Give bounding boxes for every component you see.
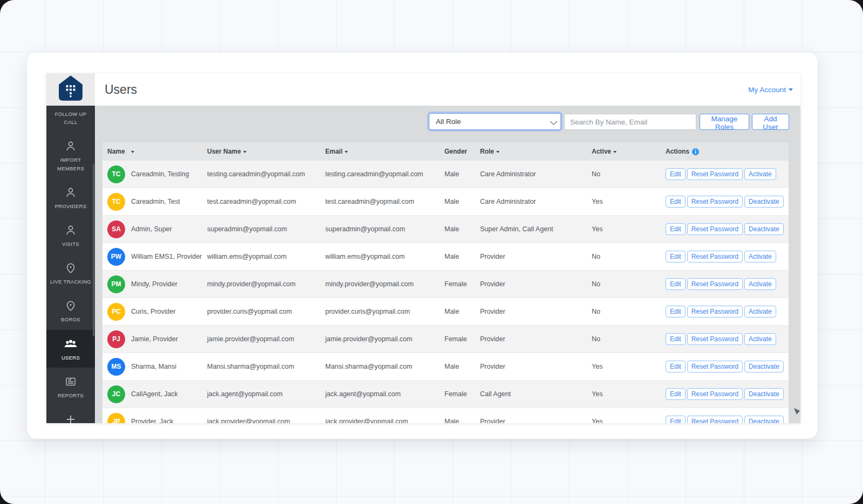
column-header-active[interactable]: Active: [592, 148, 666, 155]
reset-password-button[interactable]: Reset Password: [687, 388, 743, 400]
activate-button[interactable]: Activate: [744, 333, 776, 345]
sidebar-item-boros[interactable]: BOROS: [46, 292, 95, 329]
active-cell: No: [592, 308, 666, 315]
reset-password-button[interactable]: Reset Password: [687, 223, 743, 235]
user-name-text: Careadmin, Testing: [131, 170, 189, 178]
sidebar-item-users[interactable]: USERS: [46, 330, 95, 368]
reset-password-button[interactable]: Reset Password: [687, 278, 743, 290]
column-header-email[interactable]: Email: [325, 148, 444, 155]
activate-button[interactable]: Activate: [744, 306, 776, 317]
reset-password-button[interactable]: Reset Password: [687, 251, 743, 263]
column-label: Email: [325, 148, 343, 155]
sidebar-scrollbar[interactable]: [93, 164, 94, 336]
table-header-row: NameUser NameEmailGenderRoleActiveAction…: [102, 142, 789, 161]
reset-password-button[interactable]: Reset Password: [687, 168, 743, 180]
top-bar: Users My Account: [46, 73, 800, 106]
column-label: Gender: [444, 148, 467, 155]
my-account-menu[interactable]: My Account: [748, 86, 793, 94]
manage-roles-button[interactable]: Manage Roles: [700, 114, 749, 130]
role-cell: Provider: [480, 253, 592, 260]
role-cell: Super Admin, Call Agent: [480, 225, 592, 233]
sidebar-item-add-more[interactable]: [46, 405, 95, 423]
info-icon[interactable]: [692, 148, 699, 155]
edit-button[interactable]: Edit: [666, 251, 686, 263]
avatar: TC: [107, 165, 125, 183]
edit-button[interactable]: Edit: [666, 168, 686, 180]
activate-button[interactable]: Activate: [744, 278, 776, 290]
reset-password-button[interactable]: Reset Password: [687, 416, 743, 423]
sidebar-item-live-tracking[interactable]: LIVE TRACKING: [46, 254, 95, 292]
role-cell: Provider: [480, 418, 592, 423]
actions-cell: EditReset PasswordDeactivate: [666, 361, 789, 372]
edit-button[interactable]: Edit: [666, 333, 686, 345]
name-cell: JPProvider, Jack: [102, 413, 207, 424]
column-header-actions[interactable]: Actions: [666, 148, 789, 155]
gender-cell: Male: [444, 198, 480, 205]
sidebar-item-label: IMPORT MEMBERS: [49, 156, 93, 172]
name-cell: PWWilliam EMS1, Provider: [102, 248, 207, 266]
reset-password-button[interactable]: Reset Password: [687, 306, 743, 317]
sidebar-item-follow-up-call[interactable]: FOLLOW UP CALL: [46, 106, 95, 132]
table-row: PWWilliam EMS1, Providerwilliam.ems@yopm…: [102, 243, 789, 271]
deactivate-button[interactable]: Deactivate: [744, 196, 784, 208]
role-filter-select[interactable]: All Role: [429, 113, 561, 130]
home-keypad-logo-icon: [57, 74, 85, 105]
role-cell: Provider: [480, 308, 592, 315]
deactivate-button[interactable]: Deactivate: [744, 361, 784, 372]
edit-button[interactable]: Edit: [666, 306, 686, 317]
deactivate-button[interactable]: Deactivate: [744, 223, 784, 235]
column-header-role[interactable]: Role: [480, 148, 592, 155]
avatar: JP: [107, 413, 125, 424]
avatar: PW: [107, 248, 125, 266]
table-row: PCCuris, Providerprovider.curis@yopmail.…: [102, 298, 789, 326]
edit-button[interactable]: Edit: [666, 196, 686, 208]
sort-caret-icon: [496, 151, 499, 153]
users-table: NameUser NameEmailGenderRoleActiveAction…: [102, 142, 789, 423]
app-logo[interactable]: [46, 73, 95, 106]
active-cell: No: [592, 280, 666, 288]
email-cell: william.ems@yopmail.com: [325, 253, 444, 260]
email-cell: provider.curis@yopmail.com: [325, 308, 444, 315]
gender-cell: Female: [444, 335, 480, 343]
avatar: SA: [107, 220, 125, 238]
avatar: JC: [107, 385, 125, 403]
add-user-button[interactable]: Add User: [752, 114, 789, 130]
reset-password-button[interactable]: Reset Password: [687, 196, 743, 208]
active-cell: Yes: [592, 225, 666, 233]
edit-button[interactable]: Edit: [666, 278, 686, 290]
user-name-text: Careadmin, Test: [131, 198, 180, 205]
actions-cell: EditReset PasswordDeactivate: [666, 388, 789, 400]
edit-button[interactable]: Edit: [666, 416, 686, 423]
deactivate-button[interactable]: Deactivate: [744, 416, 784, 423]
search-input[interactable]: [564, 114, 696, 130]
sidebar-item-import-members[interactable]: IMPORT MEMBERS: [46, 132, 95, 178]
edit-button[interactable]: Edit: [666, 388, 686, 400]
email-cell: superadmin@yopmail.com: [325, 225, 444, 233]
main-content: All Role Manage Roles Add User NameUser …: [95, 106, 800, 423]
sidebar-item-label: USERS: [61, 354, 80, 362]
activate-button[interactable]: Activate: [744, 251, 776, 263]
sidebar-item-visits[interactable]: VISITS: [46, 216, 95, 254]
sidebar-item-label: BOROS: [61, 315, 80, 323]
column-label: Active: [592, 148, 611, 155]
active-cell: No: [592, 170, 666, 178]
gender-cell: Male: [444, 170, 480, 178]
users-icon: [64, 337, 78, 351]
reset-password-button[interactable]: Reset Password: [687, 333, 743, 345]
reset-password-button[interactable]: Reset Password: [687, 361, 743, 372]
sidebar-item-reports[interactable]: REPORTS: [46, 368, 95, 405]
sidebar-item-label: LIVE TRACKING: [50, 278, 91, 286]
activate-button[interactable]: Activate: [744, 168, 776, 180]
edit-button[interactable]: Edit: [666, 223, 686, 235]
name-cell: JCCallAgent, Jack: [102, 385, 207, 403]
active-cell: Yes: [592, 363, 666, 370]
edit-button[interactable]: Edit: [666, 361, 686, 372]
sidebar: FOLLOW UP CALLIMPORT MEMBERSPROVIDERSVIS…: [46, 106, 95, 423]
sidebar-item-providers[interactable]: PROVIDERS: [46, 178, 95, 216]
column-header-name[interactable]: Name: [102, 148, 207, 155]
gender-cell: Male: [444, 253, 480, 260]
table-body: TCCareadmin, Testingtesting.careadmin@yo…: [102, 161, 789, 423]
deactivate-button[interactable]: Deactivate: [744, 388, 784, 400]
column-header-user-name[interactable]: User Name: [207, 148, 325, 155]
email-cell: testing.careadmin@yopmail.com: [325, 170, 444, 178]
